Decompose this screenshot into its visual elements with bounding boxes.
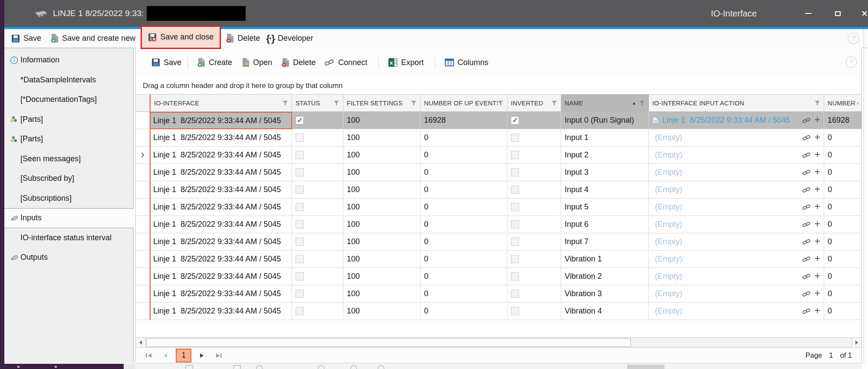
- number-of-cell[interactable]: 0: [824, 268, 861, 285]
- up-events-cell[interactable]: 0: [421, 251, 507, 268]
- name-cell[interactable]: Vibration 4: [561, 303, 649, 320]
- inverted-cell[interactable]: [507, 199, 561, 216]
- status-cell[interactable]: [292, 285, 343, 303]
- inverted-cell[interactable]: [507, 164, 561, 181]
- io-interface-cell[interactable]: Linje 1 8/25/2022 9:33:44 AM / 5045: [150, 181, 292, 199]
- grid-create-button[interactable]: Create: [197, 58, 232, 67]
- status-checkbox[interactable]: [296, 255, 304, 263]
- up-events-cell[interactable]: 0: [421, 303, 507, 320]
- inverted-checkbox[interactable]: [511, 186, 519, 194]
- filter-settings-cell[interactable]: 100: [343, 199, 421, 216]
- status-cell[interactable]: [292, 199, 343, 216]
- sidebar-item-information[interactable]: Information: [4, 50, 133, 70]
- inverted-cell[interactable]: [507, 112, 561, 129]
- inverted-cell[interactable]: [507, 251, 561, 268]
- status-cell[interactable]: [292, 216, 343, 233]
- io-interface-cell[interactable]: Linje 1 8/25/2022 9:33:44 AM / 5045: [150, 303, 292, 320]
- filter-settings-cell[interactable]: 100: [343, 129, 421, 147]
- inverted-cell[interactable]: [507, 268, 561, 285]
- action-cell[interactable]: (Empty)+: [649, 303, 824, 320]
- next-page-button[interactable]: [196, 350, 208, 361]
- sidebar-item-datasampleintervals[interactable]: *DataSampleIntervals: [4, 70, 133, 90]
- number-of-cell[interactable]: 0: [824, 129, 861, 147]
- add-action-icon[interactable]: +: [815, 115, 820, 125]
- status-cell[interactable]: [292, 233, 343, 251]
- name-cell[interactable]: Input 4: [561, 181, 649, 199]
- save-button[interactable]: Save: [11, 34, 41, 43]
- add-action-icon[interactable]: +: [815, 219, 820, 229]
- add-action-icon[interactable]: +: [815, 236, 820, 246]
- up-events-cell[interactable]: 0: [421, 199, 507, 216]
- filter-settings-cell[interactable]: 100: [343, 181, 421, 199]
- status-checkbox[interactable]: [296, 307, 304, 315]
- number-of-cell[interactable]: 0: [824, 303, 861, 320]
- number-of-cell[interactable]: 0: [824, 233, 861, 251]
- io-interface-cell[interactable]: Linje 1 8/25/2022 9:33:44 AM / 5045: [150, 129, 292, 147]
- filter-settings-cell[interactable]: 100: [343, 268, 421, 285]
- name-cell[interactable]: Vibration 3: [561, 285, 649, 303]
- status-cell[interactable]: [292, 129, 343, 147]
- inverted-checkbox[interactable]: [511, 168, 519, 176]
- last-page-button[interactable]: [212, 350, 224, 361]
- status-cell[interactable]: [292, 251, 343, 268]
- link-icon[interactable]: [802, 152, 811, 158]
- filter-icon[interactable]: [283, 101, 288, 106]
- action-cell[interactable]: Linje 1 8/25/2022 9:33:44 AM / 5045+: [649, 112, 824, 129]
- up-events-cell[interactable]: 0: [421, 129, 507, 147]
- scroll-left-arrow[interactable]: [136, 338, 146, 347]
- status-cell[interactable]: [292, 268, 343, 285]
- inverted-checkbox[interactable]: [511, 272, 519, 281]
- up-events-cell[interactable]: 0: [421, 268, 507, 285]
- add-action-icon[interactable]: +: [815, 271, 820, 281]
- action-cell[interactable]: (Empty)+: [649, 233, 824, 251]
- inverted-checkbox[interactable]: [511, 238, 519, 246]
- add-action-icon[interactable]: +: [815, 202, 820, 212]
- scrollbar-thumb[interactable]: [146, 338, 631, 347]
- name-cell[interactable]: Input 1: [561, 129, 649, 147]
- grid-connect-button[interactable]: Connect: [324, 58, 367, 67]
- io-interface-cell[interactable]: Linje 1 8/25/2022 9:33:44 AM / 5045: [150, 285, 292, 303]
- table-row[interactable]: Linje 1 8/25/2022 9:33:44 AM / 50451000I…: [136, 129, 861, 147]
- sidebar-item-parts-1[interactable]: [Parts]: [4, 110, 133, 130]
- inverted-cell[interactable]: [507, 129, 561, 147]
- action-cell[interactable]: (Empty)+: [649, 251, 824, 268]
- inverted-checkbox[interactable]: [511, 116, 519, 124]
- number-of-cell[interactable]: 0: [824, 164, 861, 181]
- inverted-checkbox[interactable]: [511, 290, 519, 298]
- save-and-create-new-button[interactable]: Save and create new: [51, 34, 135, 43]
- add-action-icon[interactable]: +: [815, 184, 820, 194]
- io-interface-cell[interactable]: Linje 1 8/25/2022 9:33:44 AM / 5045: [150, 233, 292, 251]
- filter-icon[interactable]: [552, 101, 557, 106]
- inverted-cell[interactable]: [507, 181, 561, 199]
- name-cell[interactable]: Vibration 2: [561, 268, 649, 285]
- grid-export-button[interactable]: x Export: [388, 58, 424, 67]
- status-checkbox[interactable]: [296, 238, 304, 246]
- number-of-cell[interactable]: 0: [824, 216, 861, 233]
- up-events-cell[interactable]: 0: [421, 216, 507, 233]
- table-row[interactable]: Linje 1 8/25/2022 9:33:44 AM / 50451000V…: [136, 268, 861, 285]
- up-events-cell[interactable]: 0: [421, 285, 507, 303]
- filter-settings-cell[interactable]: 100: [343, 216, 421, 233]
- inverted-cell[interactable]: [507, 303, 561, 320]
- name-cell[interactable]: Input 5: [561, 199, 649, 216]
- status-cell[interactable]: [292, 147, 343, 164]
- status-checkbox[interactable]: [296, 134, 304, 142]
- sidebar-item-outputs[interactable]: Outputs: [4, 248, 133, 268]
- grid-save-button[interactable]: Save: [151, 58, 181, 67]
- header-status[interactable]: STATUS: [292, 95, 343, 111]
- action-cell[interactable]: (Empty)+: [649, 285, 824, 303]
- link-icon[interactable]: [802, 308, 811, 314]
- name-cell[interactable]: Input 3: [561, 164, 649, 181]
- minimize-button[interactable]: [799, 7, 817, 20]
- number-of-cell[interactable]: 0: [824, 181, 861, 199]
- status-cell[interactable]: [292, 164, 343, 181]
- previous-page-button[interactable]: [159, 350, 171, 361]
- sidebar-item-subscribed-by[interactable]: [Subscribed by]: [4, 169, 133, 189]
- action-cell[interactable]: (Empty)+: [649, 164, 824, 181]
- delete-button[interactable]: Delete: [226, 34, 260, 43]
- filter-icon[interactable]: [815, 101, 820, 106]
- add-action-icon[interactable]: +: [815, 150, 820, 160]
- number-of-cell[interactable]: 0: [824, 147, 861, 164]
- status-cell[interactable]: [292, 112, 343, 129]
- sidebar-item-io-interface-status-interval[interactable]: IO-interface status interval: [4, 228, 133, 248]
